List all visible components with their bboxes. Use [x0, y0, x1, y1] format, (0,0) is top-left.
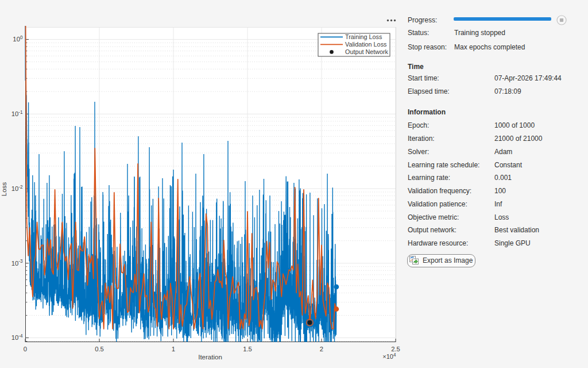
svg-text:Validation Loss: Validation Loss [345, 41, 387, 48]
svg-text:Training Loss: Training Loss [345, 33, 382, 40]
svg-text:2.5: 2.5 [391, 346, 400, 352]
svg-text:10-1: 10-1 [11, 110, 23, 117]
svg-text:Loss: Loss [1, 182, 7, 197]
svg-text:0.5: 0.5 [95, 346, 104, 352]
svg-text:0: 0 [24, 346, 27, 352]
svg-text:10-3: 10-3 [11, 259, 23, 266]
svg-text:10-2: 10-2 [11, 185, 23, 192]
svg-text:Iteration: Iteration [198, 354, 222, 361]
svg-text:Output Network: Output Network [345, 48, 389, 55]
svg-text:1.5: 1.5 [243, 346, 252, 352]
svg-text:×104: ×104 [382, 352, 396, 360]
svg-text:10-4: 10-4 [11, 334, 23, 341]
svg-text:100: 100 [13, 35, 23, 43]
svg-text:2: 2 [320, 346, 323, 352]
svg-text:1: 1 [172, 346, 175, 352]
